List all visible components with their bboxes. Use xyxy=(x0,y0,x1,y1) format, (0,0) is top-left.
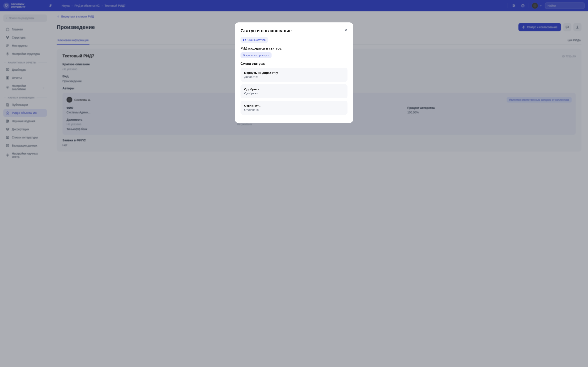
option-title: Одобрить xyxy=(244,87,344,91)
option-subtitle: Доработка xyxy=(244,75,344,78)
chip-label: Смена статуса xyxy=(247,38,266,42)
status-option-approve[interactable]: Одобрить Одобрено xyxy=(241,84,347,98)
modal-title: Статус и согласование xyxy=(241,28,347,33)
modal-section-label: Смена статуса: xyxy=(241,62,347,66)
close-icon xyxy=(344,29,347,32)
status-option-reject[interactable]: Отклонить Отклонено xyxy=(241,101,347,115)
status-option-rework[interactable]: Вернуть на доработку Доработка xyxy=(241,68,347,82)
option-subtitle: Отклонено xyxy=(244,108,344,111)
option-title: Вернуть на доработку xyxy=(244,71,344,75)
status-modal: Статус и согласование Смена статуса РИД … xyxy=(235,22,353,123)
current-status-pill: В процессе проверки xyxy=(241,52,272,58)
change-status-chip[interactable]: Смена статуса xyxy=(241,37,268,43)
modal-section-label: РИД находится в статусе: xyxy=(241,47,347,50)
option-subtitle: Одобрено xyxy=(244,92,344,95)
close-button[interactable] xyxy=(343,28,348,33)
refresh-icon xyxy=(243,39,246,42)
modal-overlay[interactable]: Статус и согласование Смена статуса РИД … xyxy=(0,0,588,367)
option-title: Отклонить xyxy=(244,104,344,108)
